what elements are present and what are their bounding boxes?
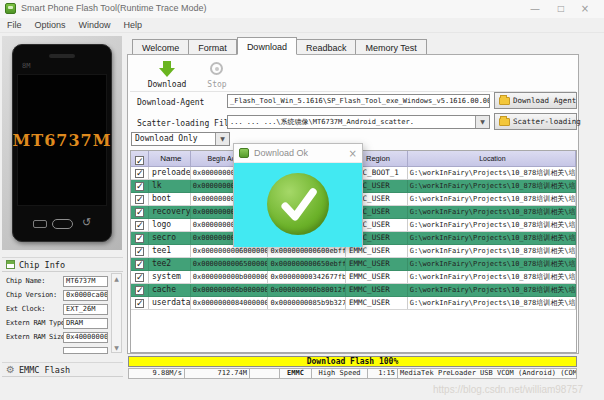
window-title: Smart Phone Flash Tool(Runtime Trace Mod… xyxy=(21,3,206,13)
partition-name-cell: lk xyxy=(149,180,191,192)
scroll-up-icon[interactable]: ▲ xyxy=(112,275,121,282)
row-checkbox[interactable] xyxy=(135,182,144,191)
dialog-close-icon[interactable]: × xyxy=(349,148,357,159)
scatter-loading-button[interactable]: Scatter-loading xyxy=(494,113,577,130)
location-cell: G:\workInFairy\Projects\10_878培训相关\培训材..… xyxy=(408,258,576,270)
menu-item-options[interactable]: Options xyxy=(35,20,66,30)
download-agent-label: Download-Agent xyxy=(137,98,204,107)
partition-name-cell: secro xyxy=(149,232,191,244)
chip-icon xyxy=(6,260,15,269)
chip-name-field[interactable]: MT6737M xyxy=(63,276,108,287)
select-all-checkbox[interactable] xyxy=(135,156,144,165)
success-check-icon xyxy=(267,173,329,235)
scatter-file-combobox[interactable]: ... ... ...\系统镜像\MT6737M_Android_scatter… xyxy=(227,115,490,129)
emmc-flash-header[interactable]: ⚙ EMMC Flash xyxy=(2,362,123,377)
ram-size-field[interactable]: 0x40000000 xyxy=(63,332,108,343)
row-checkbox[interactable] xyxy=(135,195,144,204)
region-cell: EMMC_USER xyxy=(346,284,408,296)
row-checkbox-cell xyxy=(131,271,149,283)
begin-address-cell: 0x0000000084000000 xyxy=(191,297,269,309)
spflash-window: Smart Phone Flash Tool(Runtime Trace Mod… xyxy=(0,0,604,400)
scroll-down-icon[interactable]: ▼ xyxy=(112,344,121,351)
begin-address-cell: 0x000000006b000000 xyxy=(191,284,269,296)
chip-info-header[interactable]: Chip Info xyxy=(2,257,123,272)
close-button[interactable]: × xyxy=(574,2,596,16)
menu-item-file[interactable]: File xyxy=(7,20,22,30)
download-agent-input[interactable]: _Flash_Tool_Win_5.1616\SP_Flash_Tool_exe… xyxy=(227,94,490,108)
table-row[interactable]: userdata 0x0000000084000000 0x0000000085… xyxy=(131,297,576,310)
ext-clock-field[interactable]: EXT_26M xyxy=(63,304,108,315)
column-header-name[interactable]: Name xyxy=(149,151,191,166)
column-header-location[interactable]: Location xyxy=(408,151,576,166)
row-checkbox[interactable] xyxy=(135,247,144,256)
download-agent-button-label: Download Agent xyxy=(513,96,576,105)
row-checkbox[interactable] xyxy=(135,234,144,243)
phone-corner-label: 8M xyxy=(22,62,30,70)
download-button-label[interactable]: Download xyxy=(143,80,191,89)
download-arrow-icon[interactable] xyxy=(163,61,171,68)
stop-icon xyxy=(210,62,223,75)
table-row[interactable]: cache 0x000000006b000000 0x000000006b800… xyxy=(131,284,576,297)
row-checkbox[interactable] xyxy=(135,260,144,269)
row-checkbox[interactable] xyxy=(135,208,144,217)
chevron-down-icon[interactable]: ▼ xyxy=(475,116,489,128)
download-agent-button[interactable]: Download Agent xyxy=(494,92,577,109)
menu-bar: File Options Window Help xyxy=(0,18,604,33)
partition-name-cell: system xyxy=(149,271,191,283)
tab-welcome[interactable]: Welcome xyxy=(132,39,189,55)
chip-field-label: Extern RAM Type: xyxy=(6,319,60,327)
download-arrow-icon[interactable] xyxy=(159,68,175,77)
minimize-button[interactable]: — xyxy=(524,2,546,16)
end-address-cell: 0x000000000650ebff xyxy=(268,258,346,270)
chevron-down-icon[interactable]: ▼ xyxy=(215,133,229,145)
partition-name-cell: preloader xyxy=(149,167,191,179)
tab-download[interactable]: Download xyxy=(237,37,297,55)
phone-screen: MT6737M xyxy=(17,74,107,206)
chip-info-scrollbar[interactable]: ▲ ▼ xyxy=(111,273,122,353)
row-checkbox-cell xyxy=(131,193,149,205)
row-checkbox-cell xyxy=(131,297,149,309)
row-checkbox[interactable] xyxy=(135,221,144,230)
menu-item-help[interactable]: Help xyxy=(124,20,143,30)
partition-name-cell: tee1 xyxy=(149,245,191,257)
progress-bar: Download Flash 100% xyxy=(128,356,577,367)
tab-memory-test[interactable]: Memory Test xyxy=(356,39,426,55)
table-row[interactable]: system 0x000000000b000000 0x000000003426… xyxy=(131,271,576,284)
ram-type-field[interactable]: DRAM xyxy=(63,318,108,329)
table-row[interactable]: tee2 0x0000000006500000 0x000000000650eb… xyxy=(131,258,576,271)
row-checkbox-cell xyxy=(131,232,149,244)
location-cell: G:\workInFairy\Projects\10_878培训相关\培训材..… xyxy=(408,232,576,244)
tab-readback[interactable]: Readback xyxy=(297,39,357,55)
row-checkbox-cell xyxy=(131,180,149,192)
tab-format[interactable]: Format xyxy=(189,39,237,55)
emmc-flash-title: EMMC Flash xyxy=(19,365,70,375)
scatter-file-label: Scatter-loading File xyxy=(137,119,233,128)
phone-menu-button-icon xyxy=(33,220,47,228)
mode-combobox[interactable]: Download Only ▼ xyxy=(131,132,230,146)
status-com-port: MediaTek PreLoader USB VCOM (Android) (C… xyxy=(397,368,577,379)
row-checkbox[interactable] xyxy=(135,299,144,308)
header-checkbox-cell[interactable] xyxy=(131,151,149,166)
chip-info-title: Chip Info xyxy=(19,260,65,270)
menu-item-window[interactable]: Window xyxy=(79,20,111,30)
status-data-size: 712.74M xyxy=(184,368,250,379)
phone-earpiece xyxy=(49,54,75,58)
folder-icon xyxy=(499,118,510,126)
dialog-title-bar[interactable]: Download Ok × xyxy=(234,144,362,163)
chip-field-label: Chip Name: xyxy=(6,277,60,285)
phone-chip-label: MT6737M xyxy=(13,131,112,150)
mode-value: Download Only xyxy=(135,134,198,143)
row-checkbox-cell xyxy=(131,167,149,179)
partition-name-cell: cache xyxy=(149,284,191,296)
row-checkbox[interactable] xyxy=(135,169,144,178)
row-checkbox-cell xyxy=(131,206,149,218)
status-storage-type: EMMC xyxy=(279,368,312,379)
row-checkbox-cell xyxy=(131,284,149,296)
maximize-button[interactable]: □ xyxy=(550,2,572,16)
location-cell: G:\workInFairy\Projects\10_878培训相关\培训材..… xyxy=(408,167,576,179)
folder-icon xyxy=(499,97,510,105)
scatter-loading-button-label: Scatter-loading xyxy=(513,117,581,126)
row-checkbox[interactable] xyxy=(135,286,144,295)
chip-version-field[interactable]: 0x0000ca00 xyxy=(63,290,108,301)
row-checkbox[interactable] xyxy=(135,273,144,282)
